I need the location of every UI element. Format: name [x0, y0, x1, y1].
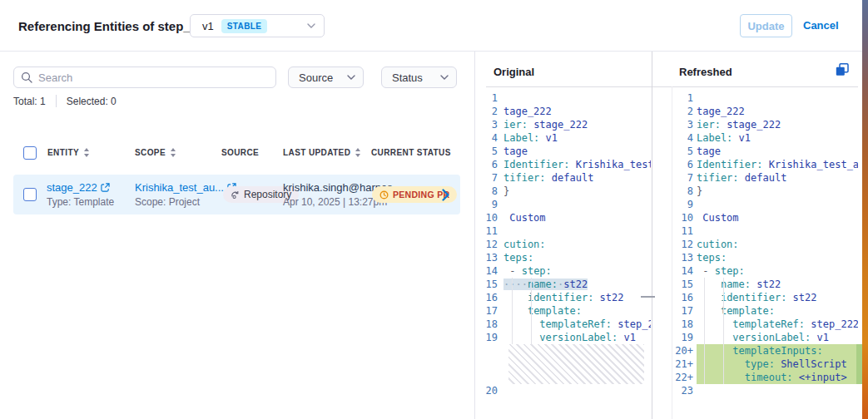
chevron-right-icon[interactable] [442, 189, 449, 205]
code-line: 9 [672, 198, 858, 211]
table-row[interactable]: stage_222 Type: Template Krishika_test_a… [13, 175, 460, 214]
refreshed-code[interactable]: 12tage_2223ier: stage_2224Label: v15tage… [672, 91, 858, 416]
entities-panel: Source Status Total: 1 Selected: 0 ENTIT… [0, 52, 474, 419]
code-line: 13teps: [475, 251, 651, 264]
sort-icon[interactable] [170, 148, 176, 157]
clock-icon [379, 190, 389, 200]
code-line: 19 versionLabel: v1 [475, 331, 651, 344]
code-line: 1 [672, 91, 858, 105]
referencing-entities-modal: Referencing Entities of step_222 v1 STAB… [0, 0, 868, 419]
refreshed-pane-title: Refreshed [679, 66, 732, 78]
modal-header: Referencing Entities of step_222 v1 STAB… [0, 0, 862, 52]
original-code[interactable]: 12tage_2223ier: stage_2224Label: v15tage… [475, 91, 651, 416]
chevron-down-icon [440, 75, 449, 80]
code-line: 9 [475, 198, 651, 211]
diff-placeholder-hatch [508, 344, 644, 384]
status-filter-dropdown[interactable]: Status [381, 67, 457, 88]
code-line: 10 Custom [475, 211, 651, 224]
scope-link[interactable]: Krishika_test_au... [135, 181, 224, 194]
entity-link[interactable]: stage_222 [47, 181, 97, 194]
selected-count: Selected: 0 [67, 96, 117, 107]
code-line: 13teps: [672, 251, 858, 264]
yaml-diff-view: Original Refreshed 12tage_2223ier: stage… [474, 52, 862, 419]
code-line: 4Label: v1 [672, 131, 858, 145]
chevron-down-icon [307, 23, 315, 28]
version-label: v1 [202, 20, 214, 32]
code-line: 16 identifier: st22 [672, 291, 858, 304]
table-header: ENTITY SCOPE SOURCE LAST UPDATED CURRENT… [0, 146, 474, 161]
external-link-icon[interactable] [101, 183, 110, 192]
code-line: 5tage [672, 145, 858, 158]
sort-icon[interactable] [355, 148, 361, 157]
copy-icon[interactable] [835, 63, 850, 78]
code-line: 17 template: [672, 304, 858, 318]
cancel-button[interactable]: Cancel [803, 14, 839, 37]
sort-icon[interactable] [83, 148, 90, 157]
code-line: 6Identifier: Krishika_test_aut [475, 158, 651, 171]
code-line: 16 identifier: st22 [475, 291, 651, 304]
total-count: Total: 1 [13, 96, 46, 107]
page-title: Referencing Entities of step_222 [18, 19, 211, 33]
code-line: 21+ type: ShellScript [672, 357, 858, 371]
background-page-strip [862, 0, 868, 419]
entity-cell: stage_222 Type: Template [47, 181, 114, 208]
repository-icon [231, 190, 240, 200]
code-line: 4Label: v1 [475, 131, 651, 145]
search-box[interactable] [13, 67, 276, 88]
code-line: 12cution: [672, 238, 858, 251]
code-line: 11 [672, 224, 858, 238]
code-line: 5tage [475, 145, 651, 158]
code-line: 11 [475, 224, 651, 238]
code-line: 14 - step: [672, 264, 858, 278]
column-header-scope[interactable]: SCOPE [135, 148, 176, 157]
code-line: 20+ templateInputs: [672, 344, 858, 357]
column-header-entity[interactable]: ENTITY [47, 148, 90, 157]
chevron-down-icon [347, 75, 355, 80]
column-header-current-status: CURRENT STATUS [371, 148, 451, 157]
code-line: 3ier: stage_222 [475, 118, 651, 131]
row-checkbox[interactable] [23, 188, 37, 201]
indent-guide [512, 278, 513, 344]
code-line: 8} [672, 185, 858, 198]
code-line: 17 template: [475, 304, 651, 318]
column-header-last-updated[interactable]: LAST UPDATED [283, 148, 361, 157]
code-line: 23 [672, 384, 858, 397]
original-pane-title: Original [494, 66, 534, 78]
code-line: 20 [475, 384, 651, 397]
source-filter-label: Source [299, 71, 333, 84]
select-all-checkbox[interactable] [23, 146, 37, 160]
code-line: 14 - step: [475, 264, 651, 278]
code-line: 18 templateRef: step_222 [672, 318, 858, 331]
results-summary: Total: 1 Selected: 0 [13, 95, 117, 107]
code-line: 22+ timeout: <+input> [672, 371, 858, 384]
divider [56, 95, 57, 107]
indent-guide [704, 278, 705, 384]
stable-badge: STABLE [221, 19, 268, 33]
code-line: 1 [475, 91, 651, 105]
code-line: 8} [475, 185, 651, 198]
diff-sash[interactable] [652, 52, 652, 419]
scope-sub: Scope: Project [135, 196, 236, 208]
code-line: 18 templateRef: step_222 [475, 318, 651, 331]
code-line: 10 Custom [672, 211, 858, 224]
indent-guide [531, 278, 532, 344]
code-line: 19 versionLabel: v1 [672, 331, 858, 344]
source-filter-dropdown[interactable]: Source [288, 67, 364, 88]
scope-cell: Krishika_test_au... Scope: Project [135, 181, 236, 208]
search-icon [21, 71, 32, 83]
code-line: 2tage_222 [672, 105, 858, 118]
code-line: 7tifier: default [672, 171, 858, 185]
scrollbar-thumb[interactable] [641, 296, 655, 298]
indent-guide [723, 278, 724, 384]
code-line: 15····name:·st22 [475, 278, 651, 291]
code-line: 15 name: st22 [672, 278, 858, 291]
version-dropdown[interactable]: v1 STABLE [190, 14, 325, 37]
code-line: 3ier: stage_222 [672, 118, 858, 131]
code-line: 7tifier: default [475, 171, 651, 185]
code-line: 6Identifier: Krishika_test_aut [672, 158, 858, 171]
status-filter-label: Status [392, 71, 423, 84]
search-input[interactable] [38, 71, 269, 84]
column-header-source: SOURCE [221, 148, 259, 157]
code-line: 2tage_222 [475, 105, 651, 118]
update-button[interactable]: Update [740, 14, 792, 37]
